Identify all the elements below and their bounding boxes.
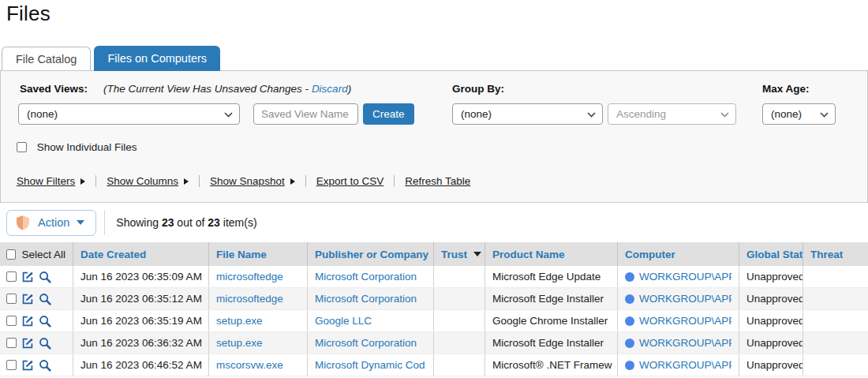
cell-publisher: Microsoft Corporation (308, 332, 434, 354)
cell-threat (803, 310, 868, 331)
search-icon[interactable] (39, 293, 51, 305)
column-header-file-name[interactable]: File Name (209, 242, 308, 266)
cell-global-state: Unapproved (739, 266, 803, 287)
publisher-link[interactable]: Microsoft Corporation (315, 293, 417, 305)
showing-prefix: Showing (116, 216, 162, 229)
tab-files-on-computers[interactable]: Files on Computers (94, 46, 220, 71)
row-checkbox[interactable] (6, 338, 17, 348)
action-toolbar: Action Showing 23 out of 23 item(s) (0, 203, 868, 242)
computer-link[interactable]: WORKGROUP\APP (625, 337, 731, 349)
tab-file-catalog[interactable]: File Catalog (2, 47, 91, 71)
chevron-down-icon (820, 112, 829, 118)
search-icon[interactable] (39, 271, 51, 283)
show-columns-label: Show Columns (107, 175, 178, 187)
group-by-label: Group By: (452, 83, 504, 95)
computer-link[interactable]: WORKGROUP\APP (625, 359, 731, 371)
cell-product-name: Microsoft Edge Installer (485, 332, 618, 354)
cell-date-created: Jun 16 2023 06:46:52 AM (73, 354, 209, 376)
row-actions-cell (0, 354, 73, 376)
column-header-date-created[interactable]: Date Created (73, 242, 209, 266)
cell-product-name: Microsoft Edge Update (485, 266, 618, 287)
edit-icon[interactable] (21, 337, 34, 350)
column-header-publisher[interactable]: Publisher or Company (308, 242, 434, 266)
edit-icon[interactable] (21, 293, 34, 305)
file-name-link[interactable]: microsoftedge (216, 271, 283, 283)
refresh-table-link[interactable]: Refresh Table (405, 175, 470, 187)
computer-link[interactable]: WORKGROUP\APP (625, 293, 731, 305)
showing-count: 23 (162, 216, 174, 229)
create-button[interactable]: Create (363, 103, 414, 125)
publisher-link[interactable]: Microsoft Dynamic Cod (315, 359, 425, 371)
table-row: Jun 16 2023 06:46:52 AM mscorsvw.exe Mic… (0, 354, 868, 376)
shield-icon (15, 214, 31, 231)
cell-computer: WORKGROUP\APP (618, 332, 739, 354)
show-filters-link[interactable]: Show Filters (17, 175, 85, 187)
column-header-computer[interactable]: Computer (618, 242, 739, 266)
chevron-down-icon (587, 112, 596, 118)
column-header-trust[interactable]: Trust (434, 242, 485, 266)
product-name-value: Microsoft Edge Update (492, 271, 600, 283)
show-columns-link[interactable]: Show Columns (107, 175, 189, 187)
global-state-value: Unapproved (746, 359, 803, 371)
select-all-checkbox[interactable] (6, 249, 16, 260)
cell-global-state: Unapproved (739, 288, 803, 309)
saved-views-value: (none) (27, 108, 58, 120)
publisher-link[interactable]: Microsoft Corporation (315, 337, 417, 349)
edit-icon[interactable] (21, 359, 34, 372)
cell-product-name: Microsoft Edge Installer (485, 288, 618, 309)
cell-threat (803, 266, 868, 287)
column-header-threat[interactable]: Threat (803, 242, 868, 266)
sort-order-select[interactable]: Ascending (608, 103, 736, 125)
search-icon[interactable] (39, 359, 51, 372)
cell-global-state: Unapproved (739, 332, 803, 354)
search-icon[interactable] (39, 337, 51, 350)
cell-publisher: Google LLC (308, 310, 434, 331)
file-name-link[interactable]: setup.exe (216, 315, 263, 327)
show-individual-files-checkbox[interactable] (17, 142, 27, 152)
column-header-global-state[interactable]: Global State (739, 242, 803, 266)
computer-link[interactable]: WORKGROUP\APP (625, 315, 731, 327)
discard-link[interactable]: Discard (312, 83, 348, 95)
group-by-select[interactable]: (none) (452, 103, 603, 125)
file-name-link[interactable]: mscorsvw.exe (216, 359, 283, 371)
search-icon[interactable] (39, 315, 51, 327)
max-age-select[interactable]: (none) (762, 103, 836, 125)
cell-global-state: Unapproved (739, 354, 803, 376)
computer-link[interactable]: WORKGROUP\APP (625, 271, 731, 283)
saved-view-name-input[interactable] (253, 103, 358, 125)
divider (95, 175, 96, 187)
row-checkbox[interactable] (6, 271, 17, 282)
cell-file-name: mscorsvw.exe (209, 354, 308, 376)
computer-name: WORKGROUP\APP (639, 271, 731, 283)
max-age-value: (none) (771, 108, 802, 120)
file-name-link[interactable]: microsoftedge (216, 293, 283, 305)
edit-icon[interactable] (21, 315, 34, 327)
action-button[interactable]: Action (6, 210, 96, 236)
column-header-product-name[interactable]: Product Name (485, 242, 618, 266)
cell-computer: WORKGROUP\APP (618, 354, 739, 376)
column-label: Trust (441, 249, 467, 260)
cell-threat (803, 332, 868, 354)
edit-icon[interactable] (21, 271, 34, 283)
cell-date-created: Jun 16 2023 06:35:12 AM (73, 288, 209, 309)
file-name-link[interactable]: setup.exe (216, 337, 263, 349)
row-checkbox[interactable] (6, 360, 17, 370)
date-created-value: Jun 16 2023 06:36:32 AM (80, 337, 202, 349)
column-label: Global State (746, 249, 803, 260)
row-checkbox[interactable] (6, 316, 17, 326)
publisher-link[interactable]: Microsoft Corporation (315, 271, 417, 283)
computer-status-icon (625, 294, 634, 304)
export-to-csv-link[interactable]: Export to CSV (316, 175, 384, 187)
publisher-link[interactable]: Google LLC (315, 315, 372, 327)
show-snapshot-link[interactable]: Show Snapshot (210, 175, 295, 187)
row-checkbox[interactable] (6, 294, 17, 304)
chevron-down-icon (720, 112, 729, 118)
saved-views-select[interactable]: (none) (18, 103, 240, 125)
cell-file-name: setup.exe (209, 332, 308, 354)
product-name-value: Microsoft Edge Installer (492, 293, 604, 305)
cell-trust (434, 288, 485, 309)
chevron-down-icon (224, 112, 233, 118)
showing-total: 23 (208, 216, 220, 229)
computer-status-icon (625, 339, 634, 348)
column-label: Threat (810, 249, 843, 260)
